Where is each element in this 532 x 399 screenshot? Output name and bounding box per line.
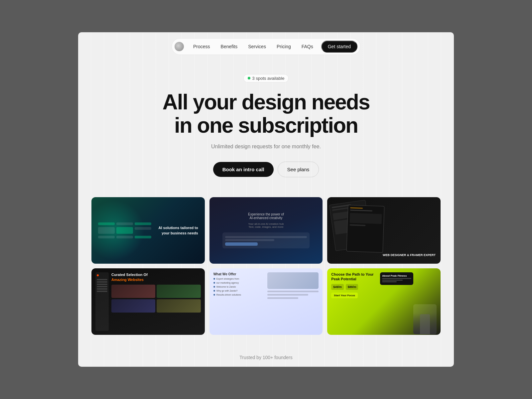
logo[interactable]	[175, 42, 184, 51]
card-5-title: What We Offer	[213, 272, 265, 276]
nav-link-pricing[interactable]: Pricing	[272, 42, 296, 51]
card-4-thumb-2	[157, 285, 200, 298]
card-6-cta: Start Your Focus	[331, 293, 358, 298]
portfolio-card-curated-websites[interactable]: Curated Selection Of Amazing Websites	[91, 268, 205, 335]
card-marketing-inner: What We Offer Expert strategies from our…	[209, 268, 323, 335]
bullet-dot	[213, 294, 215, 296]
availability-dot	[248, 77, 250, 79]
card-4-line	[97, 279, 107, 280]
card-4-main: Curated Selection Of Amazing Websites	[111, 272, 201, 313]
availability-badge: 3 spots available	[243, 74, 289, 82]
card-web-designer-inner: WEB DESIGNER & FRAMER EXPERT	[327, 197, 441, 264]
portfolio-card-web-designer[interactable]: WEB DESIGNER & FRAMER EXPERT	[327, 197, 441, 264]
card-curated-inner: Curated Selection Of Amazing Websites	[91, 268, 205, 335]
book-intro-call-button[interactable]: Book an intro call	[213, 162, 274, 177]
card-4-line	[97, 291, 107, 292]
card-peak-fitness-inner: Choose the Path to YourPeak Potential $4…	[327, 268, 441, 335]
bullet-dot	[213, 282, 215, 284]
card-4-line	[97, 288, 107, 290]
card-5-bullet-3: Welcome to Zando	[213, 286, 265, 288]
card-6-stats: $49/m $89/m	[331, 284, 377, 290]
footer: Trusted by 100+ founders	[78, 348, 454, 367]
see-plans-button[interactable]: See plans	[278, 162, 319, 177]
card-1-block	[135, 236, 151, 238]
stat-2: $89/m	[346, 284, 358, 290]
card-5-right	[267, 272, 319, 331]
card-5-left: What We Offer Expert strategies from our…	[213, 272, 265, 331]
card-4-thumb-1	[111, 285, 155, 298]
card-5-text-line	[267, 291, 319, 292]
card-5-image	[267, 272, 319, 289]
card-6-right: About Peak Fitness Our Mission	[380, 272, 437, 331]
card-1-ui-mockup	[98, 204, 151, 257]
card-1-block	[135, 227, 151, 230]
card-ai-solutions-inner: AI solutions tailored toyour business ne…	[91, 197, 205, 264]
navbar: Process Benefits Services Pricing FAQs G…	[78, 32, 454, 61]
card-4-line	[97, 281, 107, 283]
get-started-button[interactable]: Get started	[321, 41, 357, 53]
footer-text: Trusted by 100+ founders	[239, 355, 292, 360]
card-2-title: Experience the power ofAI-enhanced creat…	[248, 212, 284, 220]
card-4-sidebar	[95, 272, 109, 331]
card-4-thumbnail-grid	[111, 285, 201, 313]
hero-buttons: Book an intro call See plans	[213, 162, 319, 177]
card-2-field	[225, 236, 307, 238]
card-5-text-line	[267, 294, 308, 296]
card-4-line	[97, 284, 107, 285]
card-6-left: Choose the Path to YourPeak Potential $4…	[331, 272, 377, 331]
card-5-bullet-2: our marketing agency	[213, 282, 265, 284]
card-3-page-front	[346, 205, 385, 253]
card-1-block	[116, 236, 133, 238]
nav-link-services[interactable]: Services	[243, 42, 271, 51]
card-3-text: WEB DESIGNER & FRAMER EXPERT	[383, 253, 436, 257]
portfolio-card-ai-solutions[interactable]: AI solutions tailored toyour business ne…	[91, 197, 205, 264]
card-4-thumb-3	[111, 299, 155, 313]
portfolio-card-marketing-agency[interactable]: What We Offer Expert strategies from our…	[209, 268, 323, 335]
portfolio-card-ai-creativity[interactable]: Experience the power ofAI-enhanced creat…	[209, 197, 323, 264]
card-1-block	[98, 222, 115, 225]
bullet-dot	[213, 290, 215, 292]
card-6-person-image	[413, 304, 437, 334]
card-6-our-mission: Our Mission	[380, 282, 393, 285]
card-2-field	[225, 239, 274, 241]
nav-link-faqs[interactable]: FAQs	[297, 42, 318, 51]
card-2-subtitle: Your all-in-one AI creation hubText, cod…	[248, 222, 284, 228]
card-5-bullet-4: Why go with Zando?	[213, 290, 265, 292]
nav-inner: Process Benefits Services Pricing FAQs G…	[172, 38, 360, 55]
hero-section: 3 spots available All your design needs …	[78, 61, 454, 198]
card-4-line	[97, 286, 107, 287]
bullet-dot	[213, 286, 215, 288]
nav-link-benefits[interactable]: Benefits	[216, 42, 242, 51]
card-4-thumb-4	[157, 299, 200, 313]
card-4-title-accent: Amazing Websites	[111, 278, 144, 282]
availability-text: 3 spots available	[252, 76, 285, 81]
card-5-bullet-1: Expert strategies from	[213, 278, 265, 280]
portfolio-card-peak-fitness[interactable]: Choose the Path to YourPeak Potential $4…	[327, 268, 441, 335]
card-6-person	[413, 304, 437, 334]
browser-window: Process Benefits Services Pricing FAQs G…	[78, 32, 454, 367]
bullet-dot	[213, 278, 215, 280]
portfolio-grid: AI solutions tailored toyour business ne…	[78, 197, 454, 348]
card-1-block	[98, 227, 115, 234]
card-1-text: AI solutions tailored toyour business ne…	[158, 225, 198, 236]
card-5-bullet-5: Results-driven solutions	[213, 294, 265, 296]
card-2-form	[222, 232, 310, 248]
card-6-heading: Choose the Path to YourPeak Potential	[331, 272, 377, 281]
card-2-button	[225, 242, 258, 246]
card-1-block	[116, 227, 133, 234]
card-1-block	[98, 236, 115, 238]
nav-link-process[interactable]: Process	[189, 42, 215, 51]
card-1-block	[116, 222, 133, 225]
hero-title: All your design needs in one subscriptio…	[162, 90, 369, 137]
stat-1: $49/m	[331, 284, 344, 290]
card-4-dot	[97, 274, 99, 276]
card-1-block	[135, 222, 151, 225]
hero-subtitle: Unlimited design requests for one monthl…	[211, 144, 321, 150]
card-5-text-line	[267, 297, 298, 299]
card-4-title: Curated Selection Of Amazing Websites	[111, 272, 201, 282]
card-ai-creativity-inner: Experience the power ofAI-enhanced creat…	[209, 197, 323, 264]
